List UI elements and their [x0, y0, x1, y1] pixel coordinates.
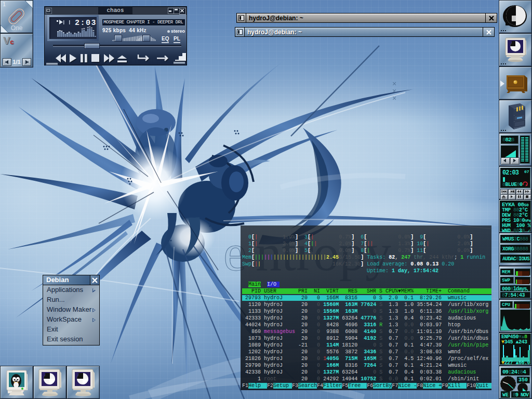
svg-text:×: × [392, 94, 396, 102]
